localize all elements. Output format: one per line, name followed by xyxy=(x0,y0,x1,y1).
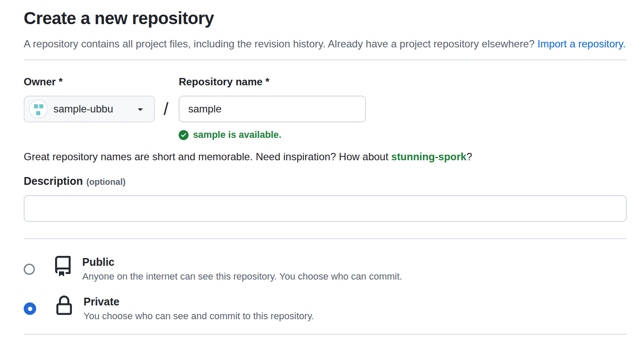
public-option-description: Anyone on the internet can see this repo… xyxy=(82,271,402,282)
public-radio[interactable] xyxy=(24,264,35,275)
visibility-option-private[interactable]: Private You choose who can see and commi… xyxy=(24,295,627,322)
private-option-title: Private xyxy=(84,295,314,308)
public-option-title: Public xyxy=(82,255,402,268)
owner-field: Owner * sample-ubbu xyxy=(24,76,155,122)
availability-message: sample is available. xyxy=(179,129,366,140)
public-option-text: Public Anyone on the internet can see th… xyxy=(82,255,402,282)
private-option-description: You choose who can see and commit to thi… xyxy=(84,311,314,322)
lock-icon xyxy=(54,296,74,316)
check-circle-icon xyxy=(179,130,189,140)
repo-name-input[interactable] xyxy=(179,96,366,122)
private-radio[interactable] xyxy=(24,302,36,315)
hint-suffix: ? xyxy=(466,151,472,162)
visibility-option-public[interactable]: Public Anyone on the internet can see th… xyxy=(24,255,627,282)
triangle-down-icon xyxy=(129,104,146,114)
description-input[interactable] xyxy=(24,195,627,222)
repo-name-label: Repository name * xyxy=(179,76,366,88)
section-divider-bottom xyxy=(24,334,627,335)
repo-name-field: Repository name * sample is available. xyxy=(179,76,366,140)
owner-repo-separator: / xyxy=(164,96,168,122)
description-optional-tag: (optional) xyxy=(87,177,126,187)
owner-selected-value: sample-ubbu xyxy=(53,103,113,115)
name-suggestion-link[interactable]: stunning-spork xyxy=(391,151,467,162)
repo-icon xyxy=(53,256,73,277)
owner-select-button[interactable]: sample-ubbu xyxy=(24,96,155,122)
create-repository-page: Create a new repository A repository con… xyxy=(0,0,644,335)
section-divider-middle xyxy=(24,238,627,239)
section-divider-top xyxy=(24,59,627,60)
description-label-text: Description xyxy=(24,175,83,187)
page-intro: A repository contains all project files,… xyxy=(24,34,627,53)
page-title: Create a new repository xyxy=(24,9,627,28)
import-repository-link[interactable]: Import a repository. xyxy=(538,38,626,50)
intro-text: A repository contains all project files,… xyxy=(24,38,535,50)
owner-label: Owner * xyxy=(24,76,155,88)
name-hint: Great repository names are short and mem… xyxy=(24,151,627,163)
identicon-avatar xyxy=(29,100,48,118)
private-option-text: Private You choose who can see and commi… xyxy=(84,295,314,322)
hint-prefix: Great repository names are short and mem… xyxy=(24,151,391,162)
owner-repo-row: Owner * sample-ubbu / xyxy=(24,76,627,140)
availability-text: sample is available. xyxy=(193,129,281,140)
description-label: Description(optional) xyxy=(24,175,627,187)
